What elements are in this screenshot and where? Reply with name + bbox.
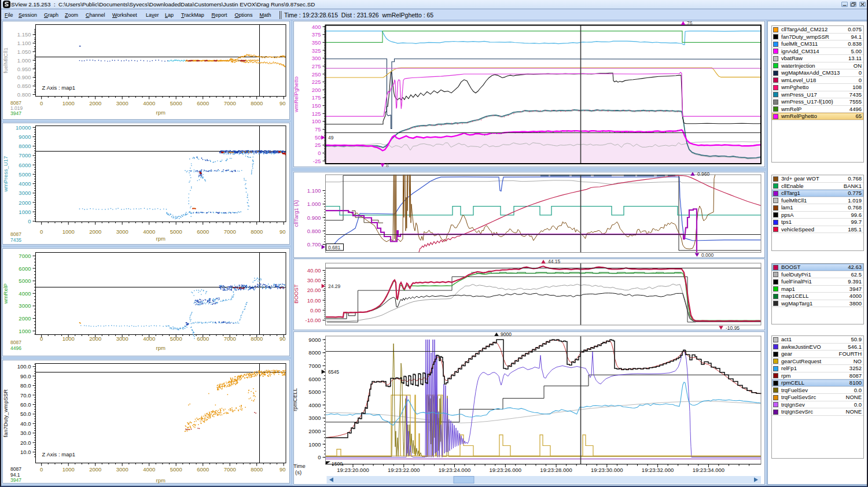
svg-text:9000: 9000 — [501, 331, 512, 337]
svg-text:rpm: rpm — [156, 477, 165, 484]
svg-text:225: 225 — [312, 79, 321, 85]
svg-text:5000: 5000 — [170, 228, 182, 235]
svg-text:1000: 1000 — [62, 228, 75, 235]
svg-text:6000: 6000 — [197, 228, 209, 235]
svg-text:3000: 3000 — [116, 466, 128, 473]
svg-text:100.0: 100.0 — [17, 363, 31, 370]
svg-text:8087: 8087 — [10, 340, 21, 345]
svg-text:6000: 6000 — [308, 376, 321, 382]
svg-text:wmRelPghetto: wmRelPghetto — [293, 76, 299, 113]
svg-text:9000: 9000 — [308, 337, 321, 343]
svg-text:50.0: 50.0 — [20, 411, 31, 417]
svg-text:24.29: 24.29 — [328, 283, 341, 289]
svg-text:1.150: 1.150 — [17, 31, 31, 38]
svg-text:rpm: rpm — [156, 235, 165, 242]
svg-text:Time: Time — [293, 463, 306, 469]
svg-text:19:23:24.000: 19:23:24.000 — [439, 467, 470, 473]
svg-text:1000: 1000 — [19, 328, 31, 334]
svg-text:0.800: 0.800 — [17, 91, 31, 98]
svg-text:5000: 5000 — [170, 335, 182, 342]
svg-text:rpm: rpm — [156, 345, 165, 351]
svg-text:1000: 1000 — [62, 335, 75, 342]
svg-text:275: 275 — [312, 63, 321, 69]
svg-text:8000: 8000 — [19, 143, 31, 149]
svg-text:19:23:30.000: 19:23:30.000 — [591, 467, 623, 473]
svg-text:fan7Duty_wmpSSR: fan7Duty_wmpSSR — [2, 389, 9, 437]
svg-text:1000: 1000 — [19, 209, 31, 215]
svg-text:20.0: 20.0 — [20, 440, 31, 446]
svg-text:5000: 5000 — [170, 100, 182, 106]
svg-text:1.100: 1.100 — [307, 187, 321, 194]
svg-text:0: 0 — [318, 150, 321, 156]
svg-text:5000: 5000 — [19, 278, 31, 284]
svg-text:7000: 7000 — [224, 100, 236, 106]
svg-text:0.000: 0.000 — [701, 252, 714, 258]
svg-text:0.950: 0.950 — [17, 66, 31, 72]
svg-text:rpmCELL: rpmCELL — [293, 388, 298, 411]
svg-text:0: 0 — [318, 454, 321, 460]
svg-text:90.0: 90.0 — [20, 373, 31, 379]
svg-text:1500: 1500 — [332, 461, 343, 467]
svg-text:6545: 6545 — [328, 369, 339, 375]
svg-text:1000: 1000 — [308, 441, 321, 448]
svg-text:1000: 1000 — [62, 100, 75, 106]
svg-text:3000: 3000 — [116, 100, 128, 106]
svg-text:2000: 2000 — [89, 335, 101, 342]
svg-text:9000: 9000 — [19, 134, 31, 140]
svg-text:3000: 3000 — [116, 335, 128, 342]
svg-text:8: 8 — [386, 163, 389, 167]
svg-text:0.850: 0.850 — [17, 83, 31, 89]
svg-text:0.00: 0.00 — [310, 307, 321, 313]
svg-text:19:23:20.000: 19:23:20.000 — [337, 467, 369, 473]
svg-text:10000: 10000 — [16, 124, 31, 131]
svg-text:4000: 4000 — [143, 466, 155, 473]
svg-text:49: 49 — [328, 135, 334, 141]
svg-text:5000: 5000 — [308, 389, 321, 395]
svg-text:0: 0 — [40, 466, 43, 473]
svg-text:1.000: 1.000 — [307, 201, 321, 207]
svg-text:cllTarg1 (λ): cllTarg1 (λ) — [293, 200, 299, 227]
svg-text:BOOST: BOOST — [293, 284, 299, 303]
svg-text:40.0: 40.0 — [20, 420, 31, 427]
svg-text:0.800: 0.800 — [307, 228, 321, 234]
svg-text:7000: 7000 — [224, 335, 236, 342]
svg-text:70.0: 70.0 — [20, 392, 31, 399]
svg-text:30.0: 30.0 — [20, 430, 31, 436]
svg-text:(s): (s) — [295, 469, 301, 475]
svg-text:7000: 7000 — [224, 228, 236, 235]
svg-text:90: 90 — [279, 466, 286, 473]
svg-text:7435: 7435 — [10, 237, 21, 243]
svg-text:94.1: 94.1 — [10, 472, 20, 478]
svg-text:90: 90 — [279, 335, 286, 342]
svg-text:2000: 2000 — [89, 466, 101, 473]
svg-text:-10.00: -10.00 — [306, 317, 321, 323]
svg-text:20.00: 20.00 — [307, 287, 321, 293]
svg-text:3000: 3000 — [116, 228, 128, 235]
svg-text:6000: 6000 — [197, 466, 209, 473]
svg-text:7000: 7000 — [19, 152, 31, 158]
svg-text:3000: 3000 — [308, 415, 321, 421]
svg-text:19:23:32.000: 19:23:32.000 — [642, 467, 674, 473]
svg-text:-25: -25 — [313, 158, 321, 164]
svg-text:400: 400 — [312, 24, 321, 30]
svg-text:3000: 3000 — [19, 302, 31, 309]
svg-text:125: 125 — [312, 110, 321, 117]
svg-text:0.900: 0.900 — [307, 215, 321, 221]
svg-text:4000: 4000 — [19, 180, 31, 187]
svg-text:19:23:26.000: 19:23:26.000 — [490, 467, 521, 473]
svg-text:1.000: 1.000 — [17, 57, 31, 64]
svg-text:7000: 7000 — [308, 363, 321, 369]
svg-text:rpm: rpm — [156, 109, 165, 116]
svg-text:4000: 4000 — [143, 335, 155, 342]
svg-text:4000: 4000 — [308, 402, 321, 408]
svg-text:3947: 3947 — [10, 110, 21, 116]
svg-text:wmPress_U17: wmPress_U17 — [2, 156, 9, 193]
svg-text:8000: 8000 — [251, 466, 263, 473]
svg-text:30.00: 30.00 — [307, 277, 321, 283]
svg-text:19:23:28.000: 19:23:28.000 — [540, 467, 572, 473]
svg-text:40.00: 40.00 — [307, 267, 321, 274]
svg-text:175: 175 — [312, 94, 321, 101]
svg-text:44.15: 44.15 — [548, 259, 561, 264]
svg-text:10.00: 10.00 — [307, 297, 321, 304]
svg-text:6000: 6000 — [19, 162, 31, 168]
